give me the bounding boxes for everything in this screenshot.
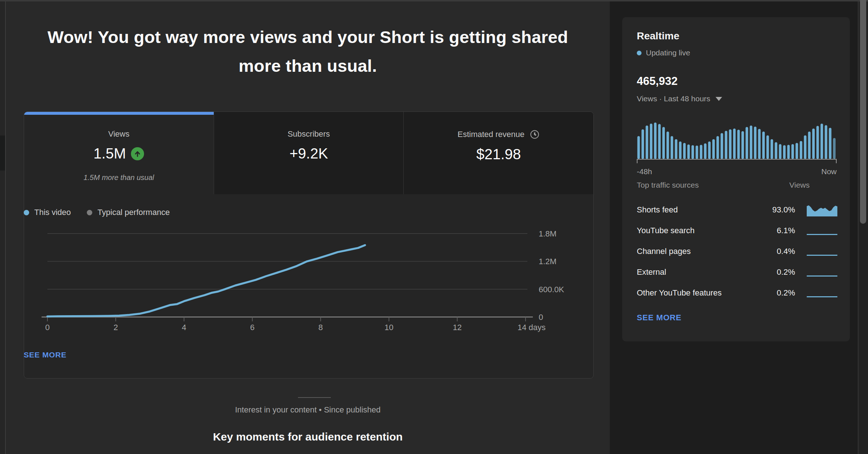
legend-this-video-label: This video xyxy=(34,208,71,217)
header-top-traffic-sources: Top traffic sources xyxy=(637,181,699,189)
flat-sparkline xyxy=(807,275,837,277)
tab-estimated-revenue[interactable]: Estimated revenue $21.98 xyxy=(403,112,593,194)
svg-text:2: 2 xyxy=(113,323,118,332)
tab-subscribers-value: +9.2K xyxy=(290,145,328,162)
traffic-row-external: External0.2% xyxy=(622,262,850,282)
svg-text:6: 6 xyxy=(250,323,255,332)
legend-dot-blue xyxy=(24,210,29,215)
right-sidebar: Realtime Updating live 465,932 Views · L… xyxy=(610,1,868,454)
traffic-row-other-youtube-features: Other YouTube features0.2% xyxy=(622,282,850,303)
legend-typical-label: Typical performance xyxy=(97,208,170,217)
svg-text:12: 12 xyxy=(453,323,461,332)
traffic-views-value: 0.2% xyxy=(777,267,795,277)
tab-subscribers[interactable]: Subscribers +9.2K xyxy=(214,112,404,194)
left-background-strip xyxy=(0,1,5,454)
chevron-down-icon xyxy=(716,97,722,101)
views-line-chart: 1.8M1.2M600.0K002468101214 days xyxy=(27,220,589,340)
header-views: Views xyxy=(789,181,810,189)
updating-live-label: Updating live xyxy=(646,48,690,57)
tab-subscribers-label: Subscribers xyxy=(287,129,330,139)
traffic-source-label: Other YouTube features xyxy=(637,288,722,298)
views-range-label: Views · Last 48 hours xyxy=(637,94,710,103)
shorts-feed-sparkline xyxy=(807,203,837,217)
views-range-dropdown[interactable]: Views · Last 48 hours xyxy=(637,94,722,103)
realtime-bar-chart xyxy=(637,118,837,165)
svg-text:0: 0 xyxy=(539,313,543,322)
tab-revenue-label: Estimated revenue xyxy=(457,129,539,140)
svg-text:600.0K: 600.0K xyxy=(539,285,564,294)
axis-label-minus48h: -48h xyxy=(637,167,652,176)
left-background-notch xyxy=(0,136,5,171)
tab-views-value: 1.5M xyxy=(93,145,144,162)
traffic-views-value: 6.1% xyxy=(777,226,795,235)
svg-text:8: 8 xyxy=(318,323,323,332)
traffic-sources-table: Shorts feed93.0%YouTube search6.1%Channe… xyxy=(622,199,850,303)
chart-legend: This video Typical performance xyxy=(24,208,170,217)
scrollbar-thumb[interactable] xyxy=(860,0,866,224)
traffic-views-value: 0.2% xyxy=(777,288,795,298)
legend-typical-performance: Typical performance xyxy=(87,208,170,217)
chart-caption: Interest in your content • Since publish… xyxy=(6,405,610,415)
realtime-title: Realtime xyxy=(637,30,679,42)
clock-icon xyxy=(530,129,540,140)
axis-label-now: Now xyxy=(821,167,837,176)
svg-text:1.2M: 1.2M xyxy=(539,257,557,266)
traffic-source-label: External xyxy=(637,267,666,277)
congrats-headline: Wow! You got way more views and your Sho… xyxy=(42,23,574,80)
active-tab-indicator xyxy=(24,112,214,115)
tab-revenue-value: $21.98 xyxy=(476,146,521,163)
svg-text:10: 10 xyxy=(384,323,393,332)
tab-views-label: Views xyxy=(108,129,129,139)
flat-sparkline xyxy=(807,234,837,235)
metrics-tabs: Views 1.5M 1.5M more than usual Subscrib… xyxy=(24,112,593,194)
updating-live-status: Updating live xyxy=(637,48,690,57)
tab-views-subtext: 1.5M more than usual xyxy=(84,173,154,182)
live-dot-icon xyxy=(637,51,642,55)
realtime-card: Realtime Updating live 465,932 Views · L… xyxy=(622,17,850,341)
see-more-link-realtime[interactable]: SEE MORE xyxy=(637,313,682,322)
svg-text:0: 0 xyxy=(45,323,50,332)
traffic-views-value: 0.4% xyxy=(777,247,795,256)
key-moments-heading: Key moments for audience retention xyxy=(6,431,610,443)
realtime-views-count: 465,932 xyxy=(637,75,678,88)
youtube-studio-analytics-panel: Wow! You got way more views and your Sho… xyxy=(0,0,868,454)
legend-dot-gray xyxy=(87,210,92,215)
flat-sparkline xyxy=(807,255,837,256)
see-more-link-main[interactable]: SEE MORE xyxy=(24,351,66,359)
traffic-source-label: Shorts feed xyxy=(637,205,678,215)
traffic-views-value: 93.0% xyxy=(772,205,795,215)
legend-this-video: This video xyxy=(24,208,71,217)
main-panel: Wow! You got way more views and your Sho… xyxy=(6,1,610,454)
trend-up-icon xyxy=(131,147,144,160)
traffic-source-label: YouTube search xyxy=(637,226,695,235)
svg-text:4: 4 xyxy=(182,323,186,332)
views-value-text: 1.5M xyxy=(93,145,126,162)
traffic-source-label: Channel pages xyxy=(637,247,691,256)
traffic-table-header: Top traffic sources Views xyxy=(637,181,837,189)
svg-text:14 days: 14 days xyxy=(518,323,546,332)
traffic-row-youtube-search: YouTube search6.1% xyxy=(622,220,850,241)
flat-sparkline xyxy=(807,296,837,297)
traffic-row-shorts-feed: Shorts feed93.0% xyxy=(622,199,850,220)
section-divider xyxy=(298,397,331,398)
revenue-label-text: Estimated revenue xyxy=(457,130,524,139)
svg-text:1.8M: 1.8M xyxy=(539,229,557,238)
tab-views[interactable]: Views 1.5M 1.5M more than usual xyxy=(24,112,214,194)
realtime-axis-labels: -48h Now xyxy=(637,167,837,176)
traffic-row-channel-pages: Channel pages0.4% xyxy=(622,241,850,262)
